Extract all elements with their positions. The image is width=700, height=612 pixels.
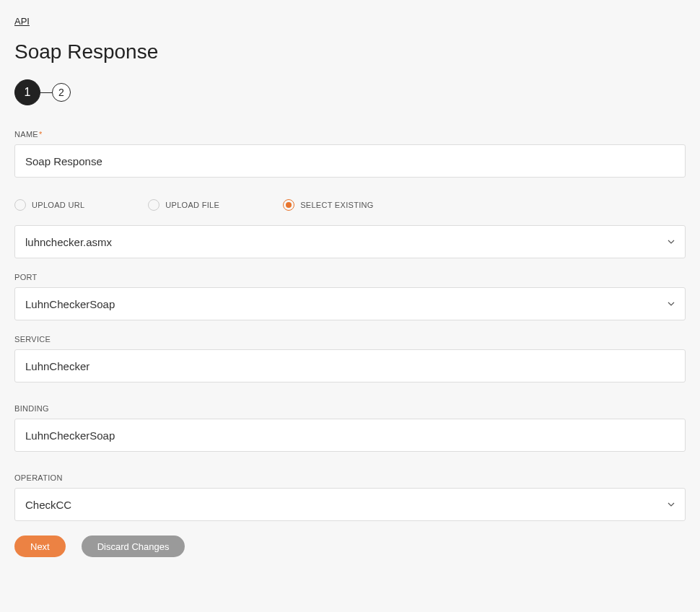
radio-circle-icon [148, 199, 159, 211]
port-value: LuhnCheckerSoap [25, 298, 115, 310]
operation-label: OPERATION [14, 473, 686, 482]
page-title: Soap Response [14, 40, 686, 64]
port-label: PORT [14, 273, 686, 281]
chevron-down-icon [668, 238, 675, 245]
source-radio-group: UPLOAD URL UPLOAD FILE SELECT EXISTING [14, 199, 686, 211]
required-indicator: * [39, 130, 43, 139]
operation-select[interactable]: CheckCC [14, 488, 686, 521]
radio-upload-url[interactable]: UPLOAD URL [14, 199, 84, 211]
breadcrumb: API [14, 14, 686, 27]
button-row: Next Discard Changes [14, 536, 686, 557]
radio-label-upload-url: UPLOAD URL [32, 201, 84, 209]
name-label: NAME* [14, 130, 686, 139]
existing-file-value: luhnchecker.asmx [25, 236, 112, 248]
service-input[interactable] [14, 349, 686, 382]
port-select[interactable]: LuhnCheckerSoap [14, 287, 686, 320]
radio-upload-file[interactable]: UPLOAD FILE [148, 199, 219, 211]
binding-label: BINDING [14, 404, 686, 413]
breadcrumb-api-link[interactable]: API [14, 16, 30, 27]
stepper: 1 2 [14, 79, 686, 105]
discard-button[interactable]: Discard Changes [82, 536, 185, 557]
radio-label-upload-file: UPLOAD FILE [165, 201, 219, 209]
chevron-down-icon [668, 300, 675, 307]
existing-file-select[interactable]: luhnchecker.asmx [14, 225, 686, 258]
operation-value: CheckCC [25, 499, 71, 511]
radio-circle-icon [283, 199, 294, 211]
step-1[interactable]: 1 [14, 79, 40, 105]
step-2[interactable]: 2 [52, 83, 71, 102]
service-label: SERVICE [14, 335, 686, 344]
radio-dot-icon [286, 202, 292, 208]
step-connector [40, 92, 52, 93]
binding-input[interactable] [14, 419, 686, 452]
radio-label-select-existing: SELECT EXISTING [300, 201, 374, 209]
radio-circle-icon [14, 199, 26, 211]
name-input[interactable] [14, 144, 686, 178]
radio-select-existing[interactable]: SELECT EXISTING [283, 199, 374, 211]
next-button[interactable]: Next [14, 536, 66, 557]
chevron-down-icon [668, 501, 675, 508]
